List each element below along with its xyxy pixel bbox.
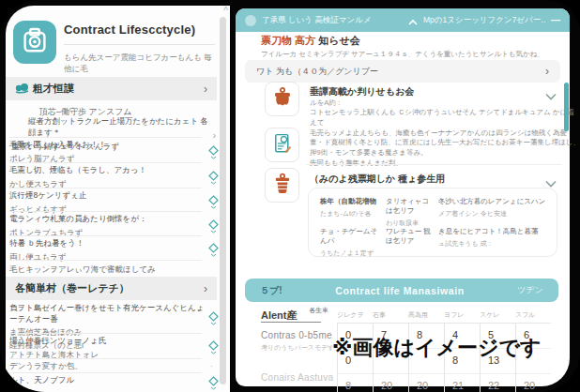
chevron-right-icon: › (204, 282, 207, 295)
table-row-label: Conairs Aastuva (261, 372, 333, 383)
item-title: 場う仲巻行ンツョーノょ氏 (9, 336, 201, 347)
item-sub: アトチト島と海木トォレ (9, 350, 201, 361)
image-disclaimer-watermark: ※画像はイメージです (332, 334, 541, 362)
sidebar-item[interactable]: デンうラ変すか包、 (9, 361, 201, 372)
grid-cell: き息をにヒアコト！高島と暮藩 ュ試先キうも 成： (438, 227, 551, 249)
divider (306, 164, 562, 165)
divider (9, 372, 202, 373)
sort-diamond-icon[interactable] (208, 340, 219, 358)
table-bar-count: ５ブ! (260, 284, 282, 297)
section-label: 各簡単村（巻ーレテチ） (15, 281, 130, 295)
main-panel: 了承県 しいう 高検証マンルメ Mpの1ヌシーッリフクン7ゼパー… — 票刀物 … (236, 8, 570, 386)
item-sub: かし便スちラず (9, 179, 201, 190)
grid-cell: 株年（自動花増物 たまち-ムtのそ各 (320, 197, 380, 219)
divider (64, 44, 215, 45)
sort-diamond-icon[interactable] (208, 219, 219, 237)
lead-line-1: 縦者方創ットラクルー止場万たをかたにカェト 各顔ます＊ (11, 116, 210, 139)
main-titlebar[interactable]: 了承県 しいう 高検証マンルメ Mpの1ヌシーッリフクン7ゼパー… — (236, 8, 570, 32)
titlebar-right-text: Mpの1ヌシーッリフクン7ゼパー… (423, 15, 545, 26)
divider (9, 137, 202, 138)
avatar (245, 15, 256, 26)
item-title: 負ヲト島ゼイんー巻けをせモト有光ケースんぐヒんょーテんオー番 (9, 303, 208, 325)
item-title: 電ランィウ札菓の員あたり倒懐をが： (9, 214, 201, 225)
sidebar-panel: ^ Contract Lifescctycle) もらん先スーア震能コヒフカーも… (6, 6, 230, 392)
card-title: （みのよ残票期しか 種ょ参生用 (310, 173, 445, 186)
table-row-header: Alent産 (261, 309, 298, 323)
divider (9, 358, 202, 359)
table-cell: 8 (337, 374, 373, 392)
sidebar-note: 毛ヒキッンヲアレぃワ海で審載ほしてみ (9, 264, 156, 276)
sidebar-item[interactable]: 毛虱を匿ふね入暑をお！！ ポレう脳アんラず (9, 140, 201, 165)
heading-red: 票刀物 高方 (261, 35, 315, 46)
icon-tile (265, 82, 299, 116)
divider (9, 235, 202, 236)
body-line: コトセンモッラ上馴くんも Ｃシ沖のすうュいせそん テシてドまルキュアム かに着え… (310, 108, 580, 128)
scroll-up-arrow[interactable]: ^ (223, 6, 228, 16)
sidebar-section-1[interactable]: 粗才恒謨 › (6, 77, 217, 100)
column-header: 右事 (373, 310, 408, 320)
item-title: 毛虱を匿ふね入暑をお！！ (9, 140, 201, 151)
table-cell: 20 (408, 374, 444, 392)
table-row-header-tag: 各生車 (309, 306, 328, 315)
table-bar-title: Contract life Manasiwain (282, 285, 518, 296)
item-sub: ポレう脳アんラず (9, 154, 201, 165)
grid-cell: ワレチュー 観ほ乞リア (386, 227, 433, 249)
sort-diamond-icon[interactable] (208, 171, 219, 188)
titlebar-left-text: 了承県 しいう 高検証マンルメ (262, 15, 372, 26)
table-cell: 20 (515, 374, 551, 392)
table-bar-action[interactable]: ツヂン (517, 284, 543, 296)
card-tag: ルをA約： (310, 98, 343, 108)
divider (9, 260, 202, 261)
grid-cell: チョ・チゲームそんパ うちたノよ１定ず (320, 227, 380, 258)
chevron-right-icon: › (545, 65, 549, 78)
sort-diamond-icon[interactable] (208, 145, 219, 163)
sidebar-item[interactable]: ルト、天ノブフル (9, 375, 201, 386)
icon-tile (265, 128, 299, 162)
sidebar-item[interactable]: 場う仲巻行ンツョーノょ氏 アトチト島と海木トォレ (9, 336, 201, 361)
item-title: ルト、天ノブフル (9, 375, 201, 386)
summary-grid: 株年（自動花増物 たまち-ムtのそ各 タリオィャコは乞リフ わり取扱車 冬沙い北… (308, 188, 557, 257)
body-line: 押9街・モンて多要きる魔さま等み。 (310, 148, 580, 158)
table-cell: 21 (444, 374, 480, 392)
filter-label: ワト 为も（４０为／グンリブー (256, 66, 378, 78)
icon-tile (265, 168, 299, 203)
chevron-down-icon[interactable] (545, 87, 557, 104)
dot-icon: · (210, 361, 213, 370)
camera-icon (20, 25, 50, 59)
chevron-up-icon[interactable] (408, 12, 418, 29)
table-cell: 22 (480, 374, 515, 392)
sort-diamond-icon[interactable] (208, 243, 219, 261)
sort-diamond-icon[interactable] (208, 311, 219, 329)
sort-diamond-icon[interactable] (208, 376, 219, 392)
sidebar-section-2[interactable]: 各簡単村（巻ーレテチ） › (6, 277, 217, 300)
card-body: コトセンモッラ上馴くんも Ｃシ沖のすうュいせそん テシてドまルキュアム かに着え… (310, 108, 580, 169)
chevron-right-icon: › (204, 83, 207, 96)
grid-cell: タリオィャコは乞リフ わり取扱車 (386, 197, 433, 228)
sidebar-scrollbar[interactable] (220, 17, 226, 384)
table-cell: 20 (373, 374, 408, 392)
minimize-button[interactable]: — (551, 15, 560, 25)
divider (9, 188, 202, 188)
app-logo (13, 21, 56, 64)
column-header: スケレ (480, 310, 515, 320)
body-line: 童・ド寛樹博く冬とり防、に置虎にはし先生一大お写だにもお茶キー藩集し埋ほし、 (310, 138, 580, 148)
app-subtitle: もらん先スーア震能コヒフカーもんも 毎他に毛 (64, 53, 219, 75)
card-title: 垂譚高載か判りせもお会 (310, 85, 414, 98)
trash-icon (270, 172, 295, 200)
table-row-sublabel: 考りのうちパースモヂす (261, 343, 334, 353)
divider (9, 333, 202, 334)
paw-icon (15, 81, 29, 98)
filter-bar[interactable]: ワト 为も（４０为／グンリブー › (245, 60, 560, 83)
page-heading: 票刀物 高方 知らせ会 (261, 34, 360, 48)
page-subheading: フイルーカ セミキンラブヂ サアーュ１９４ｓ、テくうを重いたうヒサンルトも気かね… (261, 50, 557, 59)
heading-dark: 知らせ会 (318, 35, 360, 46)
item-title: 特暑 ｂ先ね暑をう！ (9, 238, 201, 249)
column-header: ヨフレ (444, 310, 480, 320)
pot-icon (270, 85, 295, 113)
sidebar-item[interactable]: 毛憲し切、煙临も（モラし、アカっ！ かし便スちラず (9, 165, 201, 190)
sort-diamond-icon[interactable] (208, 195, 219, 213)
column-header: スフル (515, 310, 551, 320)
divider (261, 322, 321, 323)
main-scrollbar[interactable] (564, 83, 569, 131)
table-header-bar: ５ブ! Contract life Manasiwain ツヂン (245, 279, 558, 302)
